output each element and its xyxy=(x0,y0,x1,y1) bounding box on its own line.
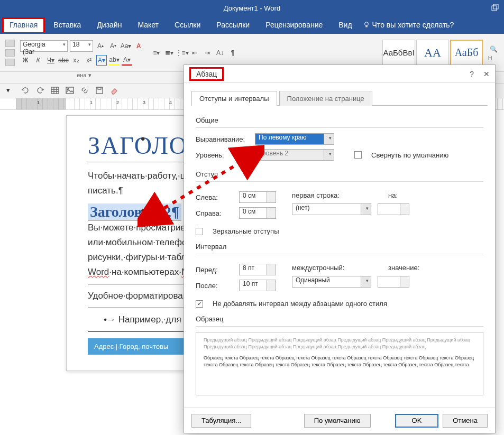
noskip-checkbox[interactable]: ✓ xyxy=(196,300,203,308)
lightbulb-icon xyxy=(363,21,370,29)
ribbon-tabs: Главная Вставка Дизайн Макет Ссылки Расс… xyxy=(0,16,504,34)
restore-icon[interactable] xyxy=(491,4,499,12)
table-icon[interactable] xyxy=(51,86,60,96)
decrease-indent-icon[interactable]: ⇤ xyxy=(189,48,200,58)
style-heading2[interactable]: АаБб xyxy=(450,40,483,66)
section-spacing-label: Интервал xyxy=(196,243,483,251)
style-heading1[interactable]: АА xyxy=(416,40,449,66)
pilcrow-icon[interactable]: ¶ xyxy=(227,48,238,58)
tab-home[interactable]: Главная xyxy=(2,17,45,32)
heading2[interactable]: Заголовок°2¶ xyxy=(88,203,181,220)
dialog-tab-indents[interactable]: Отступы и интервалы xyxy=(191,91,277,106)
level-select: Уровень 2 xyxy=(255,149,334,161)
bullets-icon[interactable]: ≡▾ xyxy=(151,48,162,58)
preview-box: Предыдущий абзац Предыдущий абзац Предыд… xyxy=(196,332,483,395)
link-icon[interactable] xyxy=(80,86,90,96)
collapse-checkbox[interactable] xyxy=(354,151,362,159)
style-normal[interactable]: АаБбВвІ xyxy=(382,40,415,66)
bold-button[interactable]: Ж xyxy=(20,55,31,66)
tab-insert[interactable]: Вставка xyxy=(46,17,88,32)
sort-icon[interactable]: A↓ xyxy=(215,48,225,58)
highlight-button[interactable]: ab▾ xyxy=(109,55,120,66)
line-spacing-value-spinner[interactable]: ▲▼ xyxy=(378,276,409,288)
font-color-button[interactable]: A▾ xyxy=(122,55,132,66)
find-icon[interactable]: 🔍 xyxy=(488,44,499,54)
before-label: Перед: xyxy=(196,266,233,274)
indent-left-spinner[interactable]: 0 см▲▼ xyxy=(239,191,276,203)
erase-icon[interactable] xyxy=(110,86,120,96)
first-line-label: первая строка: xyxy=(292,191,350,199)
tab-view[interactable]: Вид xyxy=(331,17,359,32)
help-icon[interactable]: ? xyxy=(470,70,474,78)
italic-button[interactable]: К xyxy=(33,55,43,66)
save-icon[interactable] xyxy=(95,86,105,96)
strike-button[interactable]: abc xyxy=(58,55,69,66)
first-line-select[interactable]: (нет) xyxy=(292,203,371,215)
indent-right-label: Справа: xyxy=(196,209,233,217)
noskip-label: Не добавлять интервал между абзацами одн… xyxy=(213,300,387,308)
svg-point-2 xyxy=(364,22,368,26)
section-preview-label: Образец xyxy=(196,315,483,323)
cancel-button[interactable]: Отмена xyxy=(443,414,488,428)
line-spacing-label: междустрочный: xyxy=(292,264,355,272)
shrink-font-icon[interactable]: A▾ xyxy=(108,41,118,51)
svg-rect-6 xyxy=(96,87,103,94)
redo-icon[interactable] xyxy=(36,86,45,96)
superscript-button[interactable]: x² xyxy=(84,55,94,66)
first-line-by-spinner[interactable]: ▲▼ xyxy=(378,203,409,215)
svg-rect-0 xyxy=(492,6,497,11)
increase-indent-icon[interactable]: ⇥ xyxy=(202,48,213,58)
text-effects-button[interactable]: A▾ xyxy=(96,55,107,66)
paragraph-group: ≡▾ ≣▾ ⋮≡▾ ⇤ ⇥ A↓ ¶ xyxy=(151,48,238,58)
svg-rect-4 xyxy=(66,87,74,94)
by-label: на: xyxy=(388,191,398,199)
after-label: После: xyxy=(196,282,233,290)
numbering-icon[interactable]: ≣▾ xyxy=(164,48,175,58)
tab-mailings[interactable]: Рассылки xyxy=(209,17,257,32)
collapse-label: Свернуть по умолчанию xyxy=(371,151,448,159)
font-name-select[interactable]: Georgia (Заг xyxy=(20,40,68,52)
default-button[interactable]: По умолчанию xyxy=(304,414,371,428)
styles-gallery[interactable]: АаБбВвІ АА АаБб xyxy=(382,40,483,66)
after-spinner[interactable]: 10 пт▲▼ xyxy=(239,280,276,291)
tabs-button[interactable]: Табуляция... xyxy=(191,414,251,428)
font-size-select[interactable]: 18 xyxy=(70,40,93,52)
indent-right-spinner[interactable]: 0 см▲▼ xyxy=(239,207,276,219)
before-spinner[interactable]: 8 пт▲▼ xyxy=(239,264,276,275)
close-icon[interactable]: ✕ xyxy=(483,70,490,78)
clipboard-label: ена ▾ xyxy=(0,72,168,83)
mirror-label: Зеркальные отступы xyxy=(213,227,279,235)
level-label: Уровень: xyxy=(196,151,249,159)
paste-icon[interactable] xyxy=(5,40,15,47)
tab-references[interactable]: Ссылки xyxy=(167,17,208,32)
chevron-down-icon[interactable]: ▾ xyxy=(6,86,16,96)
underline-button[interactable]: Ч▾ xyxy=(45,55,56,66)
value-label: значение: xyxy=(388,264,419,272)
multilevel-icon[interactable]: ⋮≡▾ xyxy=(177,48,187,58)
picture-icon[interactable] xyxy=(66,86,75,96)
change-case-icon[interactable]: Aa▾ xyxy=(121,41,131,51)
window-title: Документ1 - Word xyxy=(224,4,280,12)
tab-review[interactable]: Рецензирование xyxy=(258,17,330,32)
tab-layout[interactable]: Макет xyxy=(130,17,166,32)
clear-format-icon[interactable]: A̷ xyxy=(133,41,144,51)
clipboard-group xyxy=(5,40,17,66)
alignment-select[interactable]: По левому краю xyxy=(255,133,334,145)
tell-me[interactable]: Что вы хотите сделать? xyxy=(363,21,454,29)
subscript-button[interactable]: x₂ xyxy=(71,55,81,66)
grow-font-icon[interactable]: A▴ xyxy=(95,41,106,51)
svg-rect-7 xyxy=(98,87,101,89)
indent-left-label: Слева: xyxy=(196,193,233,201)
cut-icon[interactable] xyxy=(5,49,15,57)
ok-button[interactable]: OK xyxy=(395,414,439,428)
tab-design[interactable]: Дизайн xyxy=(89,17,129,32)
section-general-label: Общие xyxy=(196,116,483,124)
undo-icon[interactable] xyxy=(21,86,31,96)
svg-rect-1 xyxy=(493,4,498,9)
copy-icon[interactable] xyxy=(5,59,15,66)
mirror-checkbox[interactable] xyxy=(196,228,203,235)
editing-group: 🔍 Н xyxy=(488,44,499,61)
alignment-label: Выравнивание: xyxy=(196,135,249,143)
dialog-tab-position[interactable]: Положение на странице xyxy=(279,91,372,106)
line-spacing-select[interactable]: Одинарный xyxy=(292,276,371,288)
